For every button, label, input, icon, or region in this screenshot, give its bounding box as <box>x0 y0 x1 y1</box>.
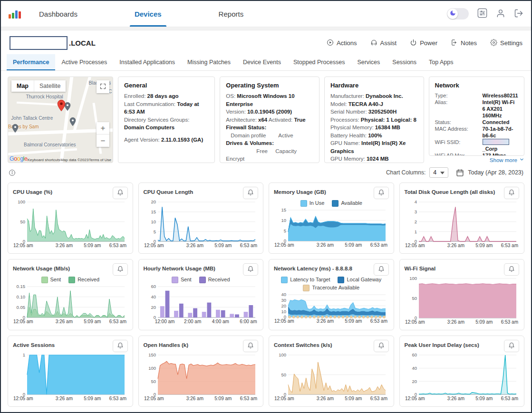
tab-stopped-processes[interactable]: Stopped Processes <box>287 54 351 70</box>
legend-item: Sent <box>172 276 192 284</box>
chart-card-network-usage-mb-s: Network Usage (Mb/s)SentReceived00.050.1… <box>8 259 133 330</box>
chart-card-memory-usage-gb: Memory Usage (GB)In UseAvailable05101512… <box>269 182 394 254</box>
nav-item-devices[interactable]: Devices <box>130 1 166 27</box>
svg-text:3:26 am: 3:26 am <box>56 243 73 248</box>
power-button[interactable]: Power <box>410 39 437 48</box>
tab-active-processes[interactable]: Active Processes <box>55 54 113 70</box>
user-icon <box>496 9 505 19</box>
svg-text:10: 10 <box>281 309 286 314</box>
info-icon[interactable] <box>9 169 16 176</box>
device-tabs: PerformanceActive ProcessesInstalled App… <box>1 54 531 71</box>
svg-text:10: 10 <box>151 219 156 224</box>
svg-text:12:05 am: 12:05 am <box>405 396 425 401</box>
device-actions: ActionsAssistPowerNotesSettings <box>327 39 522 48</box>
svg-text:12:05 am: 12:05 am <box>274 242 294 248</box>
card-line: Manufacturer: Dynabook Inc. <box>330 92 418 100</box>
keyboard-shortcuts-link[interactable]: Keyboard shortcuts <box>28 158 60 162</box>
svg-text:6:53 am: 6:53 am <box>501 243 518 248</box>
map-satellite-button[interactable]: Satellite <box>34 80 66 92</box>
svg-text:6:53 am: 6:53 am <box>370 396 387 401</box>
svg-text:0.05: 0.05 <box>17 305 26 310</box>
svg-text:4: 4 <box>414 199 416 204</box>
map-map-button[interactable]: Map <box>11 80 34 92</box>
card-line: Agent Version: 2.11.0.1593 (GA) <box>124 136 209 144</box>
svg-text:6:53 am: 6:53 am <box>240 243 257 248</box>
actions-button[interactable]: Actions <box>327 39 357 48</box>
svg-text:5:09 am: 5:09 am <box>84 319 101 324</box>
map-fullscreen-button[interactable] <box>97 80 109 93</box>
assist-button[interactable]: Assist <box>370 39 397 48</box>
zoom-in-button[interactable]: + <box>97 122 109 134</box>
chart-plot: 01020304012:05 am3:26 am5:09 am6:53 am <box>274 292 388 324</box>
tab-top-apps[interactable]: Top Apps <box>423 54 459 70</box>
chart-legend: Latency to TargetLocal GatewayTraceroute… <box>274 276 389 292</box>
calendar-icon[interactable] <box>456 169 464 177</box>
tab-installed-applications[interactable]: Installed Applications <box>113 54 181 70</box>
dnd-toggle[interactable] <box>447 8 469 19</box>
svg-text:12:00 am: 12:00 am <box>155 319 174 324</box>
network-row: Type:Wireless80211 <box>435 92 518 99</box>
chart-card-network-latency-ms-8-8-8-8: Network Latency (ms) - 8.8.8.8Latency to… <box>269 259 394 330</box>
app-logo-icon[interactable] <box>9 9 21 19</box>
svg-text:3:26 am: 3:26 am <box>317 396 334 401</box>
map-data-label: Map data ©2023 <box>60 158 88 162</box>
card-line: Processors: Physical: 1 Logical: 8 <box>330 116 418 124</box>
card-line: FreeCapacityEncrypt <box>226 147 313 163</box>
alert-bell-button[interactable] <box>374 340 389 352</box>
svg-text:12:05 am: 12:05 am <box>13 243 33 248</box>
alert-bell-button[interactable] <box>504 187 519 199</box>
alert-bell-button[interactable] <box>243 263 258 276</box>
notes-button[interactable]: Notes <box>451 39 477 48</box>
svg-text:50: 50 <box>151 379 156 384</box>
nav-item-dashboards[interactable]: Dashboards <box>34 1 82 27</box>
alert-bell-button[interactable] <box>374 187 389 199</box>
show-more-link[interactable]: Show more <box>490 157 524 163</box>
chart-columns-select[interactable]: 4 <box>429 167 448 178</box>
operating-system-card: Operating SystemOS: Microsoft Windows 10… <box>220 77 319 163</box>
svg-text:40: 40 <box>151 294 156 299</box>
preferences-button[interactable] <box>477 8 487 19</box>
legend-item: In Use <box>300 199 325 207</box>
tab-missing-patches[interactable]: Missing Patches <box>181 54 237 70</box>
google-logo[interactable]: Google <box>10 155 27 162</box>
tab-services[interactable]: Services <box>351 54 386 70</box>
alert-bell-button[interactable] <box>113 263 128 276</box>
svg-text:3:26 am: 3:26 am <box>186 396 203 401</box>
info-cards-row: Thurrock HospitalJohn Tallack CentreBake… <box>1 71 531 163</box>
chart-plot: 05010015012:05 am3:26 am5:09 am6:53 am <box>144 352 258 402</box>
logout-button[interactable] <box>514 9 523 19</box>
profile-button[interactable] <box>496 9 505 19</box>
svg-text:3:26 am: 3:26 am <box>447 396 464 401</box>
chart-title: CPU Usage (%) <box>13 187 52 195</box>
network-row: Alias:Intel(R) Wi-Fi 6 AX201 160MHz <box>435 99 518 119</box>
tab-device-events[interactable]: Device Events <box>237 54 287 70</box>
svg-text:5:09 am: 5:09 am <box>214 243 232 248</box>
legend-item: Traceroute Available <box>303 284 359 292</box>
legend-item: Received <box>199 276 230 284</box>
svg-text:3:26 am: 3:26 am <box>447 319 464 325</box>
settings-button[interactable]: Settings <box>490 39 522 48</box>
bell-icon <box>508 189 515 197</box>
tab-performance[interactable]: Performance <box>7 54 55 70</box>
terms-of-use-link[interactable]: Terms of Use <box>89 158 111 162</box>
alert-bell-button[interactable] <box>113 340 128 352</box>
alert-bell-button[interactable] <box>113 187 128 199</box>
svg-text:1: 1 <box>23 352 25 357</box>
chart-card-wi-fi-signal: Wi-Fi Signal05010012:05 am3:26 am5:09 am… <box>399 259 525 330</box>
svg-text:6:53 am: 6:53 am <box>109 396 126 401</box>
alert-bell-button[interactable] <box>243 187 258 199</box>
alert-bell-button[interactable] <box>504 340 519 352</box>
app-window: DashboardsDevicesReports .LOCAL ActionsA… <box>0 0 532 413</box>
chart-title: Context Switches (k/s) <box>274 340 332 348</box>
alert-bell-button[interactable] <box>374 263 389 276</box>
nav-item-reports[interactable]: Reports <box>214 1 249 27</box>
chart-card-peak-user-input-delay-secs: Peak User Input Delay (secs)020406012:05… <box>399 336 525 407</box>
alert-bell-button[interactable] <box>504 263 519 276</box>
svg-text:50: 50 <box>412 296 417 301</box>
zoom-out-button[interactable]: − <box>97 134 109 147</box>
alert-bell-button[interactable] <box>243 340 258 352</box>
tab-sessions[interactable]: Sessions <box>386 54 423 70</box>
charts-grid: CPU Usage (%)05010012:05 am3:26 am5:09 a… <box>1 180 531 413</box>
svg-text:0.10: 0.10 <box>17 294 26 299</box>
svg-text:6:00 am: 6:00 am <box>240 319 257 324</box>
